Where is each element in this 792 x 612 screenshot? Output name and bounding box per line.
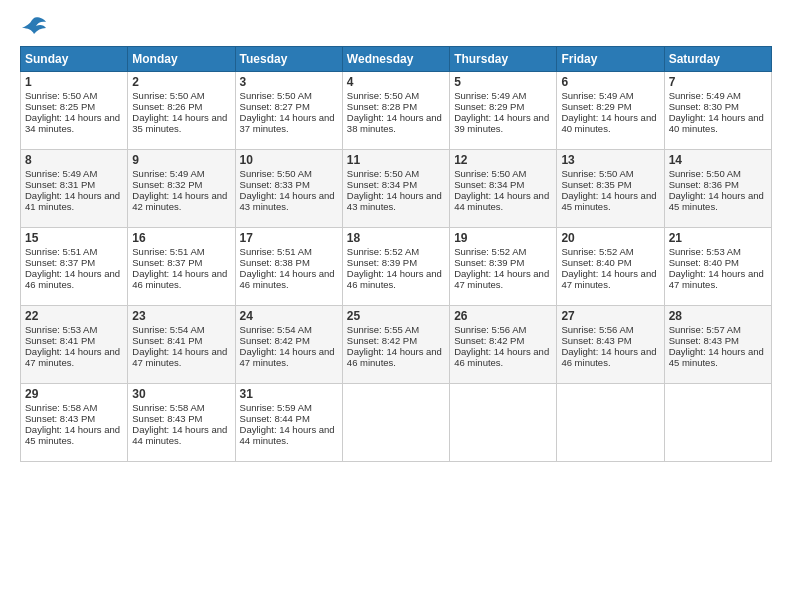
sunset-text: Sunset: 8:25 PM (25, 101, 95, 112)
daylight-text: Daylight: 14 hours and 46 minutes. (347, 268, 442, 290)
calendar-day-cell: 29 Sunrise: 5:58 AM Sunset: 8:43 PM Dayl… (21, 384, 128, 462)
sunrise-text: Sunrise: 5:50 AM (132, 90, 204, 101)
daylight-text: Daylight: 14 hours and 46 minutes. (454, 346, 549, 368)
header (20, 16, 772, 36)
sunset-text: Sunset: 8:37 PM (25, 257, 95, 268)
day-number: 15 (25, 231, 123, 245)
daylight-text: Daylight: 14 hours and 37 minutes. (240, 112, 335, 134)
daylight-text: Daylight: 14 hours and 40 minutes. (669, 112, 764, 134)
sunset-text: Sunset: 8:43 PM (669, 335, 739, 346)
sunrise-text: Sunrise: 5:54 AM (240, 324, 312, 335)
calendar-day-cell: 24 Sunrise: 5:54 AM Sunset: 8:42 PM Dayl… (235, 306, 342, 384)
day-number: 10 (240, 153, 338, 167)
sunrise-text: Sunrise: 5:50 AM (25, 90, 97, 101)
sunrise-text: Sunrise: 5:49 AM (669, 90, 741, 101)
calendar-week-row: 1 Sunrise: 5:50 AM Sunset: 8:25 PM Dayli… (21, 72, 772, 150)
sunrise-text: Sunrise: 5:51 AM (132, 246, 204, 257)
sunrise-text: Sunrise: 5:50 AM (454, 168, 526, 179)
day-number: 31 (240, 387, 338, 401)
calendar-day-cell: 9 Sunrise: 5:49 AM Sunset: 8:32 PM Dayli… (128, 150, 235, 228)
sunset-text: Sunset: 8:40 PM (561, 257, 631, 268)
calendar-day-cell: 12 Sunrise: 5:50 AM Sunset: 8:34 PM Dayl… (450, 150, 557, 228)
sunrise-text: Sunrise: 5:58 AM (132, 402, 204, 413)
day-number: 16 (132, 231, 230, 245)
sunset-text: Sunset: 8:38 PM (240, 257, 310, 268)
sunset-text: Sunset: 8:34 PM (347, 179, 417, 190)
calendar-day-cell: 28 Sunrise: 5:57 AM Sunset: 8:43 PM Dayl… (664, 306, 771, 384)
sunrise-text: Sunrise: 5:52 AM (561, 246, 633, 257)
sunrise-text: Sunrise: 5:52 AM (454, 246, 526, 257)
day-number: 5 (454, 75, 552, 89)
calendar-day-cell: 10 Sunrise: 5:50 AM Sunset: 8:33 PM Dayl… (235, 150, 342, 228)
day-number: 12 (454, 153, 552, 167)
sunrise-text: Sunrise: 5:50 AM (240, 168, 312, 179)
calendar-week-row: 29 Sunrise: 5:58 AM Sunset: 8:43 PM Dayl… (21, 384, 772, 462)
calendar-day-cell: 6 Sunrise: 5:49 AM Sunset: 8:29 PM Dayli… (557, 72, 664, 150)
calendar-day-cell: 2 Sunrise: 5:50 AM Sunset: 8:26 PM Dayli… (128, 72, 235, 150)
day-number: 22 (25, 309, 123, 323)
sunset-text: Sunset: 8:40 PM (669, 257, 739, 268)
day-number: 26 (454, 309, 552, 323)
calendar-day-cell: 18 Sunrise: 5:52 AM Sunset: 8:39 PM Dayl… (342, 228, 449, 306)
day-number: 8 (25, 153, 123, 167)
calendar-day-cell: 30 Sunrise: 5:58 AM Sunset: 8:43 PM Dayl… (128, 384, 235, 462)
sunset-text: Sunset: 8:42 PM (454, 335, 524, 346)
sunset-text: Sunset: 8:36 PM (669, 179, 739, 190)
calendar-day-cell: 19 Sunrise: 5:52 AM Sunset: 8:39 PM Dayl… (450, 228, 557, 306)
daylight-text: Daylight: 14 hours and 41 minutes. (25, 190, 120, 212)
sunrise-text: Sunrise: 5:56 AM (561, 324, 633, 335)
day-number: 19 (454, 231, 552, 245)
sunrise-text: Sunrise: 5:50 AM (561, 168, 633, 179)
calendar-table: SundayMondayTuesdayWednesdayThursdayFrid… (20, 46, 772, 462)
column-header-sunday: Sunday (21, 47, 128, 72)
day-number: 30 (132, 387, 230, 401)
sunset-text: Sunset: 8:29 PM (454, 101, 524, 112)
daylight-text: Daylight: 14 hours and 47 minutes. (25, 346, 120, 368)
day-number: 1 (25, 75, 123, 89)
sunset-text: Sunset: 8:44 PM (240, 413, 310, 424)
daylight-text: Daylight: 14 hours and 47 minutes. (454, 268, 549, 290)
calendar-header-row: SundayMondayTuesdayWednesdayThursdayFrid… (21, 47, 772, 72)
day-number: 21 (669, 231, 767, 245)
daylight-text: Daylight: 14 hours and 43 minutes. (240, 190, 335, 212)
sunset-text: Sunset: 8:29 PM (561, 101, 631, 112)
sunrise-text: Sunrise: 5:53 AM (25, 324, 97, 335)
daylight-text: Daylight: 14 hours and 35 minutes. (132, 112, 227, 134)
day-number: 4 (347, 75, 445, 89)
sunrise-text: Sunrise: 5:57 AM (669, 324, 741, 335)
daylight-text: Daylight: 14 hours and 44 minutes. (454, 190, 549, 212)
sunrise-text: Sunrise: 5:49 AM (25, 168, 97, 179)
day-number: 6 (561, 75, 659, 89)
sunrise-text: Sunrise: 5:49 AM (561, 90, 633, 101)
sunset-text: Sunset: 8:30 PM (669, 101, 739, 112)
day-number: 11 (347, 153, 445, 167)
day-number: 7 (669, 75, 767, 89)
calendar-week-row: 8 Sunrise: 5:49 AM Sunset: 8:31 PM Dayli… (21, 150, 772, 228)
calendar-day-cell: 22 Sunrise: 5:53 AM Sunset: 8:41 PM Dayl… (21, 306, 128, 384)
sunset-text: Sunset: 8:41 PM (25, 335, 95, 346)
sunset-text: Sunset: 8:34 PM (454, 179, 524, 190)
day-number: 14 (669, 153, 767, 167)
sunset-text: Sunset: 8:33 PM (240, 179, 310, 190)
sunset-text: Sunset: 8:41 PM (132, 335, 202, 346)
sunrise-text: Sunrise: 5:52 AM (347, 246, 419, 257)
daylight-text: Daylight: 14 hours and 42 minutes. (132, 190, 227, 212)
day-number: 25 (347, 309, 445, 323)
day-number: 3 (240, 75, 338, 89)
column-header-wednesday: Wednesday (342, 47, 449, 72)
column-header-thursday: Thursday (450, 47, 557, 72)
daylight-text: Daylight: 14 hours and 46 minutes. (240, 268, 335, 290)
calendar-day-cell: 1 Sunrise: 5:50 AM Sunset: 8:25 PM Dayli… (21, 72, 128, 150)
daylight-text: Daylight: 14 hours and 39 minutes. (454, 112, 549, 134)
calendar-day-cell: 23 Sunrise: 5:54 AM Sunset: 8:41 PM Dayl… (128, 306, 235, 384)
empty-day-cell (664, 384, 771, 462)
column-header-saturday: Saturday (664, 47, 771, 72)
sunset-text: Sunset: 8:32 PM (132, 179, 202, 190)
daylight-text: Daylight: 14 hours and 34 minutes. (25, 112, 120, 134)
calendar-day-cell: 14 Sunrise: 5:50 AM Sunset: 8:36 PM Dayl… (664, 150, 771, 228)
daylight-text: Daylight: 14 hours and 47 minutes. (240, 346, 335, 368)
sunset-text: Sunset: 8:42 PM (347, 335, 417, 346)
sunset-text: Sunset: 8:27 PM (240, 101, 310, 112)
sunrise-text: Sunrise: 5:49 AM (132, 168, 204, 179)
logo (20, 16, 46, 36)
